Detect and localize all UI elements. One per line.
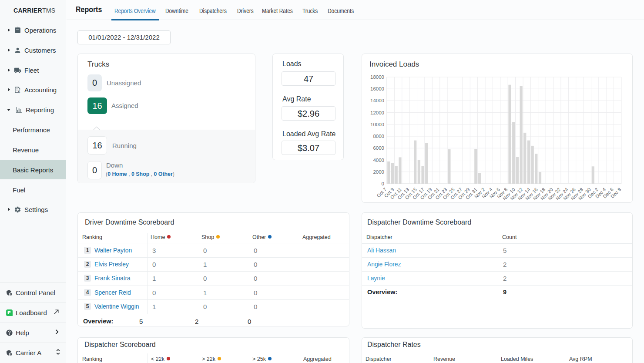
svg-text:0: 0	[382, 181, 384, 186]
svg-text:14000: 14000	[370, 98, 384, 103]
svg-text:4000: 4000	[373, 158, 384, 163]
svg-text:8000: 8000	[373, 134, 384, 139]
svg-text:12000: 12000	[370, 110, 384, 115]
svg-text:6000: 6000	[373, 145, 384, 151]
svg-text:$: $	[18, 90, 20, 94]
svg-text:2000: 2000	[373, 169, 384, 175]
svg-text:18000: 18000	[370, 74, 384, 80]
svg-text:10000: 10000	[370, 122, 384, 127]
svg-text:16000: 16000	[370, 86, 384, 91]
